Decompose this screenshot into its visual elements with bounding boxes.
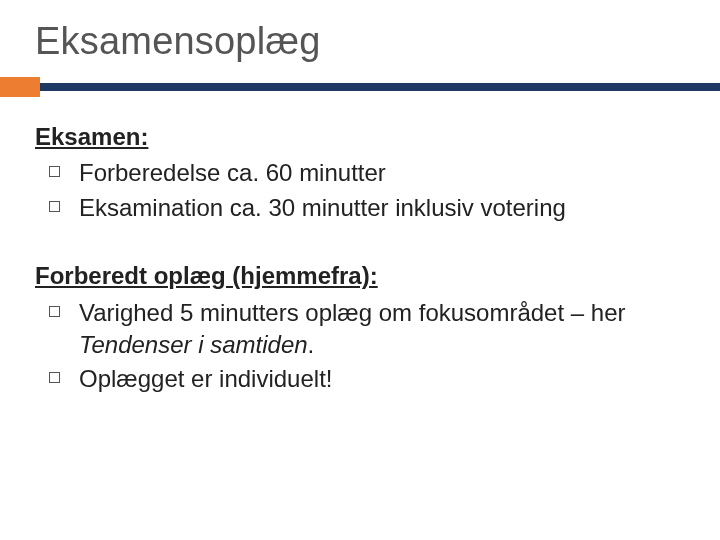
slide-title: Eksamensoplæg: [35, 20, 685, 63]
bullet-text-post: .: [308, 331, 315, 358]
list-item: Oplægget er individuelt!: [35, 363, 685, 395]
section1-heading: Eksamen:: [35, 121, 685, 153]
slide: Eksamensoplæg Eksamen: Forberedelse ca. …: [0, 0, 720, 540]
divider-bar: [0, 83, 720, 91]
section2-list: Varighed 5 minutters oplæg om fokusområd…: [35, 297, 685, 396]
list-item: Forberedelse ca. 60 minutter: [35, 157, 685, 189]
list-item: Eksamination ca. 30 minutter inklusiv vo…: [35, 192, 685, 224]
section1-list: Forberedelse ca. 60 minutter Eksaminatio…: [35, 157, 685, 224]
section2-heading: Forberedt oplæg (hjemmefra):: [35, 260, 685, 292]
list-item: Varighed 5 minutters oplæg om fokusområd…: [35, 297, 685, 362]
bullet-text: Forberedelse ca. 60 minutter: [79, 159, 386, 186]
divider-accent: [0, 77, 40, 97]
slide-body: Eksamen: Forberedelse ca. 60 minutter Ek…: [35, 121, 685, 396]
bullet-text-italic: Tendenser i samtiden: [79, 331, 308, 358]
title-divider: [35, 77, 685, 97]
bullet-text: Oplægget er individuelt!: [79, 365, 332, 392]
bullet-text-pre: Varighed 5 minutters oplæg om fokusområd…: [79, 299, 626, 326]
bullet-text: Eksamination ca. 30 minutter inklusiv vo…: [79, 194, 566, 221]
